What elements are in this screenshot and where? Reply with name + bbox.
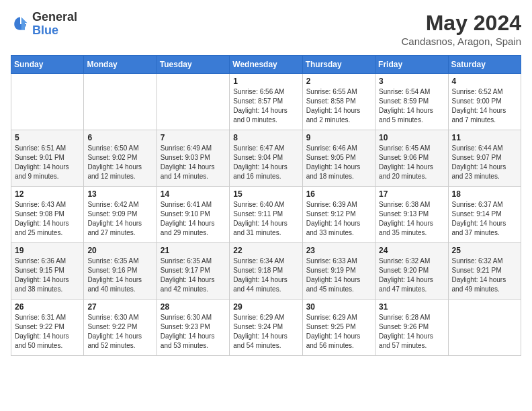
cell-content: Sunrise: 6:33 AM Sunset: 9:19 PM Dayligh… <box>306 257 371 294</box>
week-row-2: 12Sunrise: 6:43 AM Sunset: 9:08 PM Dayli… <box>11 187 521 243</box>
calendar-cell: 2Sunrise: 6:55 AM Sunset: 8:58 PM Daylig… <box>302 74 375 130</box>
day-number: 17 <box>379 189 444 199</box>
cell-content: Sunrise: 6:45 AM Sunset: 9:06 PM Dayligh… <box>379 144 444 181</box>
calendar-cell: 27Sunrise: 6:30 AM Sunset: 9:22 PM Dayli… <box>84 300 157 356</box>
day-number: 15 <box>233 189 298 199</box>
logo-general-text: General <box>32 11 77 24</box>
cell-content: Sunrise: 6:38 AM Sunset: 9:13 PM Dayligh… <box>379 200 444 238</box>
day-number: 3 <box>379 77 444 86</box>
week-row-3: 19Sunrise: 6:36 AM Sunset: 9:15 PM Dayli… <box>11 243 521 300</box>
calendar-cell: 31Sunrise: 6:28 AM Sunset: 9:26 PM Dayli… <box>375 300 448 356</box>
cell-content: Sunrise: 6:49 AM Sunset: 9:03 PM Dayligh… <box>161 144 226 181</box>
header-cell-sunday: Sunday <box>11 56 84 74</box>
day-number: 1 <box>233 77 298 86</box>
title-block: May 2024 Candasnos, Aragon, Spain <box>402 11 521 47</box>
header-row: SundayMondayTuesdayWednesdayThursdayFrid… <box>11 56 521 74</box>
day-number: 8 <box>233 133 298 142</box>
day-number: 27 <box>87 302 152 312</box>
cell-content: Sunrise: 6:36 AM Sunset: 9:15 PM Dayligh… <box>15 257 80 294</box>
calendar-cell: 1Sunrise: 6:56 AM Sunset: 8:57 PM Daylig… <box>230 74 302 130</box>
day-number: 22 <box>233 246 298 255</box>
cell-content: Sunrise: 6:39 AM Sunset: 9:12 PM Dayligh… <box>306 200 371 238</box>
cell-content: Sunrise: 6:41 AM Sunset: 9:10 PM Dayligh… <box>161 200 226 238</box>
day-number: 30 <box>306 302 371 312</box>
calendar-cell: 6Sunrise: 6:50 AM Sunset: 9:02 PM Daylig… <box>84 130 157 187</box>
calendar-cell: 20Sunrise: 6:35 AM Sunset: 9:16 PM Dayli… <box>84 243 157 300</box>
calendar-cell <box>157 74 229 130</box>
cell-content: Sunrise: 6:28 AM Sunset: 9:26 PM Dayligh… <box>379 313 444 351</box>
subtitle: Candasnos, Aragon, Spain <box>402 36 521 47</box>
calendar-cell: 9Sunrise: 6:46 AM Sunset: 9:05 PM Daylig… <box>302 130 375 187</box>
cell-content: Sunrise: 6:44 AM Sunset: 9:07 PM Dayligh… <box>452 144 517 181</box>
day-number: 7 <box>161 133 226 142</box>
day-number: 31 <box>379 302 444 312</box>
cell-content: Sunrise: 6:46 AM Sunset: 9:05 PM Dayligh… <box>306 144 371 181</box>
week-row-0: 1Sunrise: 6:56 AM Sunset: 8:57 PM Daylig… <box>11 74 521 130</box>
day-number: 5 <box>15 133 80 142</box>
cell-content: Sunrise: 6:31 AM Sunset: 9:22 PM Dayligh… <box>15 313 80 351</box>
day-number: 4 <box>452 77 517 86</box>
calendar-cell: 23Sunrise: 6:33 AM Sunset: 9:19 PM Dayli… <box>302 243 375 300</box>
calendar-cell: 24Sunrise: 6:32 AM Sunset: 9:20 PM Dayli… <box>375 243 448 300</box>
day-number: 6 <box>87 133 152 142</box>
calendar-header: SundayMondayTuesdayWednesdayThursdayFrid… <box>11 56 521 74</box>
header-cell-tuesday: Tuesday <box>157 56 229 74</box>
calendar-cell: 10Sunrise: 6:45 AM Sunset: 9:06 PM Dayli… <box>375 130 448 187</box>
cell-content: Sunrise: 6:52 AM Sunset: 9:00 PM Dayligh… <box>452 87 517 125</box>
day-number: 18 <box>452 189 517 199</box>
calendar-cell: 30Sunrise: 6:29 AM Sunset: 9:25 PM Dayli… <box>302 300 375 356</box>
day-number: 13 <box>87 189 152 199</box>
cell-content: Sunrise: 6:34 AM Sunset: 9:18 PM Dayligh… <box>233 257 298 294</box>
calendar-cell: 13Sunrise: 6:42 AM Sunset: 9:09 PM Dayli… <box>84 187 157 243</box>
calendar-cell: 22Sunrise: 6:34 AM Sunset: 9:18 PM Dayli… <box>230 243 302 300</box>
header-cell-monday: Monday <box>84 56 157 74</box>
day-number: 14 <box>161 189 226 199</box>
cell-content: Sunrise: 6:40 AM Sunset: 9:11 PM Dayligh… <box>233 200 298 238</box>
day-number: 12 <box>15 189 80 199</box>
cell-content: Sunrise: 6:35 AM Sunset: 9:16 PM Dayligh… <box>87 257 152 294</box>
calendar-cell: 14Sunrise: 6:41 AM Sunset: 9:10 PM Dayli… <box>157 187 229 243</box>
cell-content: Sunrise: 6:43 AM Sunset: 9:08 PM Dayligh… <box>15 200 80 238</box>
day-number: 19 <box>15 246 80 255</box>
cell-content: Sunrise: 6:50 AM Sunset: 9:02 PM Dayligh… <box>87 144 152 181</box>
header-cell-wednesday: Wednesday <box>230 56 302 74</box>
day-number: 9 <box>306 133 371 142</box>
cell-content: Sunrise: 6:42 AM Sunset: 9:09 PM Dayligh… <box>87 200 152 238</box>
cell-content: Sunrise: 6:51 AM Sunset: 9:01 PM Dayligh… <box>15 144 80 181</box>
day-number: 26 <box>15 302 80 312</box>
calendar-cell: 12Sunrise: 6:43 AM Sunset: 9:08 PM Dayli… <box>11 187 84 243</box>
calendar-cell: 3Sunrise: 6:54 AM Sunset: 8:59 PM Daylig… <box>375 74 448 130</box>
cell-content: Sunrise: 6:30 AM Sunset: 9:22 PM Dayligh… <box>87 313 152 351</box>
calendar-body: 1Sunrise: 6:56 AM Sunset: 8:57 PM Daylig… <box>11 74 521 356</box>
calendar-cell: 16Sunrise: 6:39 AM Sunset: 9:12 PM Dayli… <box>302 187 375 243</box>
header-cell-friday: Friday <box>375 56 448 74</box>
day-number: 28 <box>161 302 226 312</box>
page-header: General Blue May 2024 Candasnos, Aragon,… <box>11 11 521 47</box>
calendar-cell: 18Sunrise: 6:37 AM Sunset: 9:14 PM Dayli… <box>448 187 521 243</box>
day-number: 10 <box>379 133 444 142</box>
week-row-4: 26Sunrise: 6:31 AM Sunset: 9:22 PM Dayli… <box>11 300 521 356</box>
calendar-cell: 4Sunrise: 6:52 AM Sunset: 9:00 PM Daylig… <box>448 74 521 130</box>
calendar-cell <box>11 74 84 130</box>
calendar-cell: 11Sunrise: 6:44 AM Sunset: 9:07 PM Dayli… <box>448 130 521 187</box>
calendar-table: SundayMondayTuesdayWednesdayThursdayFrid… <box>11 55 521 356</box>
calendar-cell: 17Sunrise: 6:38 AM Sunset: 9:13 PM Dayli… <box>375 187 448 243</box>
cell-content: Sunrise: 6:35 AM Sunset: 9:17 PM Dayligh… <box>161 257 226 294</box>
day-number: 2 <box>306 77 371 86</box>
day-number: 16 <box>306 189 371 199</box>
logo-icon <box>11 15 30 34</box>
calendar-cell: 7Sunrise: 6:49 AM Sunset: 9:03 PM Daylig… <box>157 130 229 187</box>
week-row-1: 5Sunrise: 6:51 AM Sunset: 9:01 PM Daylig… <box>11 130 521 187</box>
cell-content: Sunrise: 6:29 AM Sunset: 9:24 PM Dayligh… <box>233 313 298 351</box>
day-number: 29 <box>233 302 298 312</box>
cell-content: Sunrise: 6:55 AM Sunset: 8:58 PM Dayligh… <box>306 87 371 125</box>
day-number: 20 <box>87 246 152 255</box>
day-number: 23 <box>306 246 371 255</box>
cell-content: Sunrise: 6:30 AM Sunset: 9:23 PM Dayligh… <box>161 313 226 351</box>
calendar-cell: 29Sunrise: 6:29 AM Sunset: 9:24 PM Dayli… <box>230 300 302 356</box>
calendar-cell: 19Sunrise: 6:36 AM Sunset: 9:15 PM Dayli… <box>11 243 84 300</box>
header-cell-thursday: Thursday <box>302 56 375 74</box>
day-number: 11 <box>452 133 517 142</box>
cell-content: Sunrise: 6:37 AM Sunset: 9:14 PM Dayligh… <box>452 200 517 238</box>
calendar-cell: 21Sunrise: 6:35 AM Sunset: 9:17 PM Dayli… <box>157 243 229 300</box>
